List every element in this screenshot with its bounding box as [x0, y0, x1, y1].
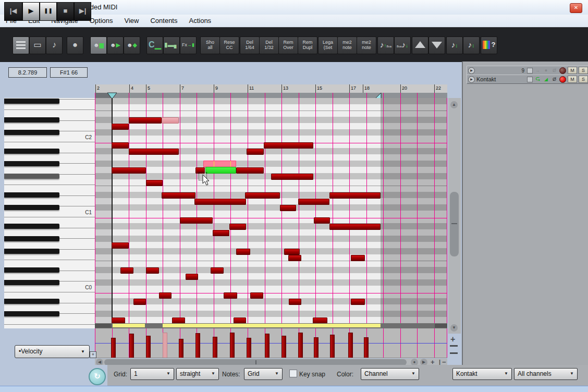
track-row[interactable]: ▶ 9 → ● Ø M S [467, 66, 588, 75]
velocity-bar[interactable] [111, 338, 116, 358]
black-key-highlighted[interactable] [4, 174, 59, 179]
lock-icon[interactable]: ● [543, 68, 549, 73]
toolbar-text-button-lega-(set[interactable]: Lega(Set [318, 36, 338, 54]
scroll-up-icon[interactable]: ▲ [450, 101, 458, 108]
midi-note[interactable] [172, 317, 185, 323]
eye-icon[interactable]: Ø [551, 68, 558, 73]
velocity-bar[interactable] [163, 333, 167, 358]
midi-note[interactable] [112, 167, 146, 174]
note-length-select[interactable]: Grid▼ [244, 368, 283, 380]
vzoom-out-icon[interactable] [450, 345, 458, 347]
notation-view-icon[interactable]: ♪ [46, 36, 63, 54]
go-to-start-button[interactable]: |◀ [4, 2, 22, 21]
midi-note[interactable] [180, 217, 213, 224]
toolbar-text-button-rese-cc[interactable]: ReseCC [219, 36, 239, 54]
menu-item-contents[interactable]: Contents [144, 15, 183, 24]
note-grid[interactable] [95, 98, 447, 323]
midi-note[interactable] [186, 274, 198, 280]
black-key[interactable] [4, 311, 59, 316]
velocity-bar[interactable] [281, 336, 286, 358]
track-row[interactable]: ▶ Kontakt ⮎ ◢ Ø M S [467, 75, 588, 84]
go-to-end-button[interactable]: ▶| [74, 2, 91, 21]
midi-note[interactable] [329, 224, 381, 230]
midi-note[interactable] [112, 142, 129, 149]
velocity-bar[interactable] [195, 333, 200, 358]
midi-note[interactable] [194, 199, 246, 205]
eye-icon[interactable]: Ø [551, 77, 558, 82]
midi-note[interactable] [162, 192, 195, 199]
track-checkbox[interactable] [527, 68, 533, 74]
black-key[interactable] [4, 249, 59, 254]
midi-note[interactable] [120, 267, 133, 274]
stop-button[interactable]: ■ [57, 2, 74, 21]
velocity-bar[interactable] [314, 337, 318, 358]
midi-note[interactable] [112, 242, 129, 249]
menu-item-actions[interactable]: Actions [183, 15, 217, 24]
toolbar-text-button-me2-note[interactable]: me2note [337, 36, 357, 54]
color-rect-icon[interactable]: ☻▆ [90, 36, 107, 54]
velocity-bar[interactable] [230, 333, 235, 358]
color-help-icon[interactable]: ? [481, 36, 497, 54]
transpose-up-icon[interactable] [412, 36, 428, 54]
velocity-bar[interactable] [213, 337, 217, 358]
item-resize-grip-right[interactable] [435, 324, 447, 328]
octave-down-icon[interactable]: 8va♪↓ [394, 36, 411, 54]
midi-note[interactable] [313, 317, 327, 323]
velocity-bar[interactable] [129, 334, 134, 358]
note-properties-icon[interactable]: ☻✓✓ [67, 36, 83, 54]
pause-button[interactable]: ❚❚ [40, 2, 57, 21]
black-key[interactable] [4, 149, 59, 154]
toolbar-text-button-sho-all[interactable]: Shoall [200, 36, 220, 54]
velocity-bar[interactable] [146, 336, 151, 358]
mute-button[interactable]: M [568, 67, 577, 74]
black-key[interactable] [4, 117, 59, 123]
solo-button[interactable]: S [579, 76, 588, 83]
note-move2-icon[interactable]: ♪↕ [463, 36, 480, 54]
record-arm-icon[interactable] [559, 67, 566, 74]
velocity-bar[interactable] [330, 335, 335, 358]
black-key[interactable] [4, 267, 59, 273]
vzoom-in-icon[interactable]: + [450, 335, 455, 344]
track-expand-icon[interactable]: ▶ [468, 67, 475, 74]
color-mode-select[interactable]: Channel▼ [361, 368, 419, 380]
velocity-bar[interactable] [265, 334, 270, 358]
fader-icon[interactable]: ◢ [543, 77, 549, 82]
black-key[interactable] [4, 205, 59, 210]
vertical-scrollbar[interactable]: ▲ ▼ [448, 98, 461, 334]
midi-note[interactable] [351, 299, 365, 305]
midi-note[interactable] [112, 317, 125, 323]
midi-note[interactable] [245, 192, 280, 199]
midi-note[interactable] [271, 174, 313, 180]
receive-arrow-icon[interactable]: ⮎ [534, 77, 541, 82]
track-checkbox[interactable] [527, 77, 533, 82]
piano-roll-view-icon[interactable] [13, 36, 29, 54]
midi-note[interactable] [351, 255, 365, 261]
solo-button[interactable]: S [579, 67, 588, 74]
midi-note[interactable] [314, 217, 330, 224]
cc-lane-selector[interactable]: •Velocity ▼ [15, 345, 90, 358]
toolbar-text-button-rem-over[interactable]: RemOver [278, 36, 298, 54]
toolbar-text-button-del-164[interactable]: Del1/64 [240, 36, 260, 54]
grid-feel-select[interactable]: straight▼ [176, 368, 219, 380]
drum-view-icon[interactable]: ▭ [29, 36, 46, 54]
midi-note[interactable] [146, 267, 159, 274]
add-cc-lane-button[interactable]: + [90, 351, 96, 358]
color-play-icon[interactable]: ☻▶ [107, 36, 124, 54]
midi-note[interactable] [213, 230, 229, 236]
midi-note-muted[interactable] [162, 117, 179, 124]
velocity-bar[interactable] [179, 339, 183, 358]
black-key[interactable] [4, 236, 59, 241]
velocity-bar[interactable] [298, 333, 303, 358]
black-key[interactable] [4, 130, 59, 135]
scroll-down-icon[interactable]: ▼ [450, 324, 458, 332]
toolbar-text-button-rem-dupl[interactable]: RemDupl [298, 36, 317, 54]
note-move-icon[interactable]: ♪↕ [446, 36, 463, 54]
octave-up-icon[interactable]: ♪↑8va [377, 36, 394, 54]
midi-note[interactable] [236, 249, 250, 255]
black-key[interactable] [4, 99, 59, 104]
midi-note[interactable] [298, 199, 329, 205]
fx-send-icon[interactable]: Fx→▮ [180, 36, 197, 54]
black-key[interactable] [4, 224, 59, 229]
black-key[interactable] [4, 299, 59, 304]
velocity-bar[interactable] [247, 338, 251, 358]
